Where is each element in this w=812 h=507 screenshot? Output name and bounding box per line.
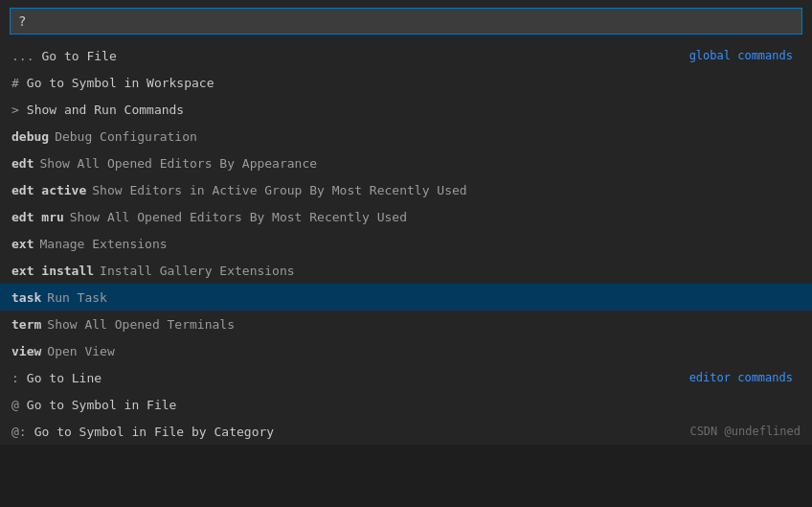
list-item[interactable]: ext install Install Gallery Extensions bbox=[0, 257, 812, 284]
row-content: view Open View bbox=[11, 344, 801, 358]
list-item[interactable]: edt mru Show All Opened Editors By Most … bbox=[0, 203, 812, 230]
item-keyword: ext install bbox=[11, 264, 94, 278]
row-content: edt active Show Editors in Active Group … bbox=[11, 183, 801, 197]
item-keyword: debug bbox=[11, 129, 49, 144]
results-list: ... Go to File global commands # Go to S… bbox=[0, 42, 812, 445]
row-content: edt Show All Opened Editors By Appearanc… bbox=[11, 156, 801, 171]
item-description: Open View bbox=[47, 344, 114, 358]
row-content: ext Manage Extensions bbox=[11, 237, 801, 251]
row-content: edt mru Show All Opened Editors By Most … bbox=[11, 210, 801, 224]
row-content: ext install Install Gallery Extensions bbox=[11, 264, 801, 278]
command-palette: ... Go to File global commands # Go to S… bbox=[0, 0, 812, 445]
search-input[interactable] bbox=[10, 8, 802, 35]
item-description: Manage Extensions bbox=[39, 237, 167, 251]
prefix-symbol: ... bbox=[11, 49, 34, 63]
item-description: Go to Line bbox=[27, 371, 102, 385]
global-commands-label: global commands bbox=[689, 49, 801, 62]
list-item[interactable]: ext Manage Extensions bbox=[0, 230, 812, 257]
prefix-symbol: > bbox=[11, 103, 19, 117]
item-keyword: ext bbox=[11, 237, 34, 251]
item-description: Go to Symbol in File bbox=[27, 398, 177, 412]
prefix-symbol: @ bbox=[11, 398, 19, 412]
list-item[interactable]: # Go to Symbol in Workspace bbox=[0, 69, 812, 96]
item-description: Show All Opened Editors By Most Recently… bbox=[70, 210, 407, 224]
item-description: Show Editors in Active Group By Most Rec… bbox=[92, 183, 466, 197]
item-description: Show All Opened Editors By Appearance bbox=[39, 156, 317, 171]
item-keyword: edt active bbox=[11, 183, 86, 197]
search-box-container bbox=[0, 0, 812, 42]
row-content: @ Go to Symbol in File bbox=[11, 398, 801, 412]
editor-commands-label: editor commands bbox=[689, 371, 801, 384]
item-description: Run Task bbox=[47, 290, 107, 305]
item-keyword: task bbox=[11, 290, 41, 305]
item-description: Go to File bbox=[41, 49, 116, 63]
row-content: debug Debug Configuration bbox=[11, 129, 801, 144]
row-content: : Go to Line bbox=[11, 371, 689, 385]
row-content: task Run Task bbox=[11, 290, 801, 305]
row-content: # Go to Symbol in Workspace bbox=[11, 76, 801, 90]
prefix-symbol: @: bbox=[11, 425, 27, 439]
list-item[interactable]: : Go to Line editor commands bbox=[0, 364, 812, 391]
list-item[interactable]: @ Go to Symbol in File bbox=[0, 391, 812, 418]
list-item[interactable]: task Run Task bbox=[0, 284, 812, 311]
item-description: Install Gallery Extensions bbox=[100, 264, 295, 278]
row-content: > Show and Run Commands bbox=[11, 103, 801, 117]
list-item[interactable]: debug Debug Configuration bbox=[0, 123, 812, 150]
list-item[interactable]: > Show and Run Commands bbox=[0, 96, 812, 123]
item-description: Go to Symbol in Workspace bbox=[27, 76, 214, 90]
brand-label: CSDN @undeflined bbox=[689, 425, 801, 438]
item-keyword: edt mru bbox=[11, 210, 64, 224]
row-content: ... Go to File bbox=[11, 49, 689, 63]
item-description: Go to Symbol in File by Category bbox=[34, 425, 274, 439]
row-content: @: Go to Symbol in File by Category bbox=[11, 425, 689, 439]
item-keyword: view bbox=[11, 344, 41, 358]
list-item[interactable]: view Open View bbox=[0, 337, 812, 364]
row-content: term Show All Opened Terminals bbox=[11, 317, 801, 332]
list-item[interactable]: term Show All Opened Terminals bbox=[0, 311, 812, 337]
item-description: Debug Configuration bbox=[55, 129, 197, 144]
item-keyword: term bbox=[11, 317, 41, 332]
item-keyword: edt bbox=[11, 156, 34, 171]
list-item[interactable]: ... Go to File global commands bbox=[0, 42, 812, 69]
prefix-symbol: # bbox=[11, 76, 19, 90]
list-item[interactable]: edt active Show Editors in Active Group … bbox=[0, 176, 812, 203]
item-description: Show All Opened Terminals bbox=[47, 317, 235, 332]
prefix-symbol: : bbox=[11, 371, 19, 385]
item-description: Show and Run Commands bbox=[27, 103, 184, 117]
list-item[interactable]: @: Go to Symbol in File by Category CSDN… bbox=[0, 418, 812, 445]
list-item[interactable]: edt Show All Opened Editors By Appearanc… bbox=[0, 150, 812, 176]
